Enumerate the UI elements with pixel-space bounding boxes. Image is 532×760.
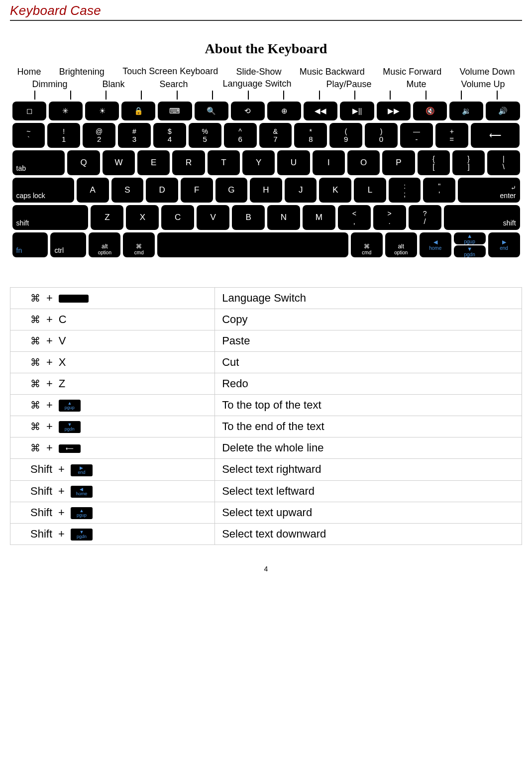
fn-key: 🔉 xyxy=(449,102,483,120)
key: O xyxy=(347,150,380,175)
cmd-key: ⌘cmd xyxy=(351,232,383,257)
end-arrow-key: ▶end xyxy=(488,232,520,257)
table-row: ⌘+ZRedo xyxy=(10,373,522,395)
key: ~` xyxy=(12,123,45,148)
fn-key: fn xyxy=(12,232,48,257)
shortcut-combo: Shift+▶end xyxy=(10,459,215,480)
pgdn-key: ▼pgdn xyxy=(454,245,486,257)
shift-row: shift Z X C V B N M <, >. ?/ shift xyxy=(12,205,520,230)
fn-key: ✳ xyxy=(49,102,83,120)
arrow-column: ▲pgup ▼pgdn xyxy=(454,232,486,257)
pgup-mini-icon: ▲pgup xyxy=(59,400,81,412)
table-row: ⌘+ Language Switch xyxy=(10,288,522,309)
tab-key: tab xyxy=(12,150,65,175)
table-row: Shift+▶endSelect text rightward xyxy=(10,459,522,480)
shortcut-combo: ⌘+X xyxy=(10,352,215,373)
shortcut-combo: ⌘+▲pgup xyxy=(10,395,215,416)
key: E xyxy=(137,150,170,175)
key: M xyxy=(303,205,335,230)
fn-label: Slide-Show xyxy=(236,67,282,77)
shortcut-description: To the end of the text xyxy=(215,416,522,437)
table-row: ⌘+XCut xyxy=(10,352,522,373)
shortcut-combo: ⌘+▼pgdn xyxy=(10,416,215,437)
key: A xyxy=(77,178,109,203)
shortcut-description: Delete the whole line xyxy=(215,437,522,459)
shortcut-description: Copy xyxy=(215,309,522,330)
shift-key-left: shift xyxy=(12,205,89,230)
fn-key: ☀ xyxy=(85,102,119,120)
key: F xyxy=(181,178,213,203)
shortcut-description: Redo xyxy=(215,373,522,395)
key: |\ xyxy=(487,150,520,175)
key: ?/ xyxy=(409,205,441,230)
key: <, xyxy=(338,205,371,230)
fn-label-ticks xyxy=(12,91,520,100)
fn-key: 🔍 xyxy=(195,102,228,120)
key: —- xyxy=(400,123,433,148)
fn-label: Home xyxy=(17,67,41,77)
key: W xyxy=(103,150,135,175)
key: "' xyxy=(423,178,455,203)
key: U xyxy=(277,150,310,175)
backspace-key: ⟵ xyxy=(471,123,520,148)
cmd-icon: ⌘ xyxy=(30,400,40,411)
key: S xyxy=(111,178,144,203)
table-row: Shift+▲pgupSelect text upward xyxy=(10,502,522,523)
fn-label: Touch Screen Keyboard xyxy=(122,67,218,77)
key: @2 xyxy=(83,123,115,148)
key: $4 xyxy=(153,123,186,148)
keyboard-figure: Home Brightening Touch Screen Keyboard S… xyxy=(12,67,520,257)
key: G xyxy=(215,178,248,203)
fn-key-row: ◻ ✳ ☀ 🔒 ⌨ 🔍 ⟲ ⊕ ◀◀ ▶|| ▶▶ 🔇 🔉 🔊 xyxy=(12,102,520,120)
pgup-mini-icon: ▲pgup xyxy=(71,507,93,519)
fn-label: Blank xyxy=(102,79,124,90)
backspace-mini-icon: ⟵ xyxy=(59,444,81,453)
shortcut-description: Select text upward xyxy=(215,502,522,523)
key: Z xyxy=(91,205,123,230)
key: }] xyxy=(452,150,485,175)
spacebar-key xyxy=(157,232,348,257)
fn-label: Dimming xyxy=(32,79,68,90)
key: {[ xyxy=(418,150,450,175)
key: X xyxy=(126,205,159,230)
shortcut-description: Paste xyxy=(215,330,522,352)
table-row: ⌘+⟵Delete the whole line xyxy=(10,437,522,459)
key: L xyxy=(354,178,386,203)
shortcut-combo: ⌘+Z xyxy=(10,373,215,395)
fn-key: ▶▶ xyxy=(377,102,411,120)
fn-labels-row2: Dimming Blank Search Language Switch Pla… xyxy=(12,79,520,90)
space-mini-icon xyxy=(59,295,89,303)
key: )0 xyxy=(365,123,398,148)
fn-key: ▶|| xyxy=(340,102,374,120)
shortcut-combo: Shift+◀home xyxy=(10,480,215,502)
key: B xyxy=(232,205,265,230)
key: Y xyxy=(242,150,275,175)
page-number: 4 xyxy=(10,565,522,573)
pgup-key: ▲pgup xyxy=(454,232,486,244)
key: C xyxy=(161,205,194,230)
capslock-key: caps lock xyxy=(12,178,74,203)
shortcut-description: Select text downward xyxy=(215,523,522,544)
section-title: About the Keyboard xyxy=(10,41,522,57)
cmd-icon: ⌘ xyxy=(30,421,40,432)
home-arrow-key: ◀home xyxy=(420,232,451,257)
pgdn-mini-icon: ▼pgdn xyxy=(59,421,81,433)
shortcuts-table: ⌘+ Language Switch⌘+CCopy⌘+VPaste⌘+XCut⌘… xyxy=(10,287,522,545)
key: #3 xyxy=(118,123,151,148)
fn-key: ⌨ xyxy=(158,102,192,120)
fn-label: Mute xyxy=(406,79,426,90)
key: T xyxy=(208,150,240,175)
shortcut-description: Language Switch xyxy=(215,288,522,309)
fn-label: Volume Up xyxy=(461,79,505,90)
fn-label: Language Switch xyxy=(222,79,291,90)
key: V xyxy=(197,205,229,230)
key: :; xyxy=(389,178,421,203)
key: %5 xyxy=(189,123,221,148)
shortcut-description: To the top of the text xyxy=(215,395,522,416)
cmd-icon: ⌘ xyxy=(30,293,40,304)
home-mini-icon: ◀home xyxy=(71,486,93,498)
key: (9 xyxy=(329,123,362,148)
fn-key: 🔒 xyxy=(121,102,155,120)
cmd-icon: ⌘ xyxy=(30,314,40,325)
fn-label: Music Backward xyxy=(300,67,365,77)
